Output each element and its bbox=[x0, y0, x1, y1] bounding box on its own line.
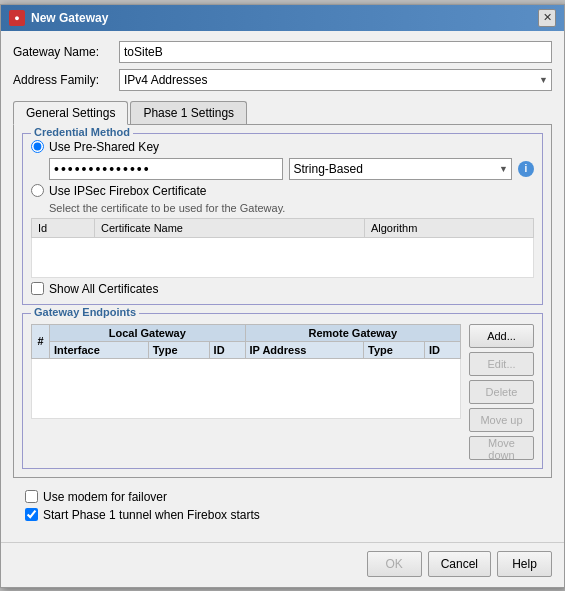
ok-button[interactable]: OK bbox=[367, 551, 422, 577]
endpoints-table: # Local Gateway Remote Gateway Interface… bbox=[31, 324, 461, 419]
help-button[interactable]: Help bbox=[497, 551, 552, 577]
use-modem-row: Use modem for failover bbox=[25, 490, 540, 504]
dialog-body: Gateway Name: Address Family: IPv4 Addre… bbox=[1, 31, 564, 542]
tab-bar: General Settings Phase 1 Settings bbox=[13, 101, 552, 124]
endpoints-buttons: Add... Edit... Delete Move up Move down bbox=[469, 324, 534, 460]
psk-value-row: String-Based Hex ▼ i bbox=[49, 158, 534, 180]
close-button[interactable]: ✕ bbox=[538, 9, 556, 27]
address-family-label: Address Family: bbox=[13, 73, 113, 87]
gateway-name-label: Gateway Name: bbox=[13, 45, 113, 59]
gateway-endpoints-title: Gateway Endpoints bbox=[31, 306, 139, 318]
psk-radio-label[interactable]: Use Pre-Shared Key bbox=[49, 140, 159, 154]
endpoints-empty-row bbox=[32, 358, 461, 418]
show-all-certs-checkbox[interactable] bbox=[31, 282, 44, 295]
tab-container: General Settings Phase 1 Settings Creden… bbox=[13, 101, 552, 478]
address-family-select[interactable]: IPv4 Addresses IPv6 Addresses bbox=[119, 69, 552, 91]
bottom-section: Use modem for failover Start Phase 1 tun… bbox=[13, 484, 552, 532]
move-up-button[interactable]: Move up bbox=[469, 408, 534, 432]
move-down-button[interactable]: Move down bbox=[469, 436, 534, 460]
title-bar-left: ● New Gateway bbox=[9, 10, 108, 26]
psk-radio[interactable] bbox=[31, 140, 44, 153]
tab-general-content: Credential Method Use Pre-Shared Key Str… bbox=[13, 124, 552, 478]
cert-col-id: Id bbox=[32, 218, 95, 237]
col-ip-address: IP Address bbox=[245, 341, 363, 358]
gateway-name-input[interactable] bbox=[119, 41, 552, 63]
cert-note: Select the certificate to be used for th… bbox=[49, 202, 534, 214]
col-local-id: ID bbox=[209, 341, 245, 358]
cert-radio[interactable] bbox=[31, 184, 44, 197]
col-hash: # bbox=[32, 324, 50, 358]
col-local-type: Type bbox=[148, 341, 209, 358]
cert-col-alg: Algorithm bbox=[364, 218, 533, 237]
psk-type-select-wrapper: String-Based Hex ▼ bbox=[289, 158, 513, 180]
col-remote-type: Type bbox=[364, 341, 425, 358]
psk-type-select[interactable]: String-Based Hex bbox=[289, 158, 513, 180]
endpoints-layout: # Local Gateway Remote Gateway Interface… bbox=[31, 324, 534, 460]
credential-method-title: Credential Method bbox=[31, 126, 133, 138]
use-modem-label[interactable]: Use modem for failover bbox=[43, 490, 167, 504]
new-gateway-dialog: ● New Gateway ✕ Gateway Name: Address Fa… bbox=[0, 4, 565, 588]
col-local-gateway-header: Local Gateway bbox=[50, 324, 246, 341]
show-all-certs-label[interactable]: Show All Certificates bbox=[49, 282, 158, 296]
address-family-select-wrapper: IPv4 Addresses IPv6 Addresses ▼ bbox=[119, 69, 552, 91]
tab-general-settings[interactable]: General Settings bbox=[13, 101, 128, 125]
cancel-button[interactable]: Cancel bbox=[428, 551, 491, 577]
psk-radio-row: Use Pre-Shared Key bbox=[31, 140, 534, 154]
use-modem-checkbox[interactable] bbox=[25, 490, 38, 503]
endpoints-table-area: # Local Gateway Remote Gateway Interface… bbox=[31, 324, 461, 460]
edit-button[interactable]: Edit... bbox=[469, 352, 534, 376]
dialog-title: New Gateway bbox=[31, 11, 108, 25]
add-button[interactable]: Add... bbox=[469, 324, 534, 348]
info-icon[interactable]: i bbox=[518, 161, 534, 177]
dialog-icon: ● bbox=[9, 10, 25, 26]
show-all-certs-row: Show All Certificates bbox=[31, 282, 534, 296]
psk-input[interactable] bbox=[49, 158, 283, 180]
cert-table: Id Certificate Name Algorithm bbox=[31, 218, 534, 278]
col-interface: Interface bbox=[50, 341, 149, 358]
gateway-name-row: Gateway Name: bbox=[13, 41, 552, 63]
address-family-row: Address Family: IPv4 Addresses IPv6 Addr… bbox=[13, 69, 552, 91]
tab-phase1-settings[interactable]: Phase 1 Settings bbox=[130, 101, 247, 124]
delete-button[interactable]: Delete bbox=[469, 380, 534, 404]
start-tunnel-row: Start Phase 1 tunnel when Firebox starts bbox=[25, 508, 540, 522]
start-tunnel-checkbox[interactable] bbox=[25, 508, 38, 521]
title-bar: ● New Gateway ✕ bbox=[1, 5, 564, 31]
cert-empty-row bbox=[32, 237, 534, 277]
cert-radio-row: Use IPSec Firebox Certificate bbox=[31, 184, 534, 198]
col-remote-gateway-header: Remote Gateway bbox=[245, 324, 460, 341]
col-remote-id: ID bbox=[424, 341, 460, 358]
cert-col-name: Certificate Name bbox=[95, 218, 365, 237]
gateway-endpoints-group: Gateway Endpoints # Local Gateway Remote… bbox=[22, 313, 543, 469]
start-tunnel-label[interactable]: Start Phase 1 tunnel when Firebox starts bbox=[43, 508, 260, 522]
dialog-footer: OK Cancel Help bbox=[1, 542, 564, 587]
cert-radio-label[interactable]: Use IPSec Firebox Certificate bbox=[49, 184, 206, 198]
credential-method-group: Credential Method Use Pre-Shared Key Str… bbox=[22, 133, 543, 305]
